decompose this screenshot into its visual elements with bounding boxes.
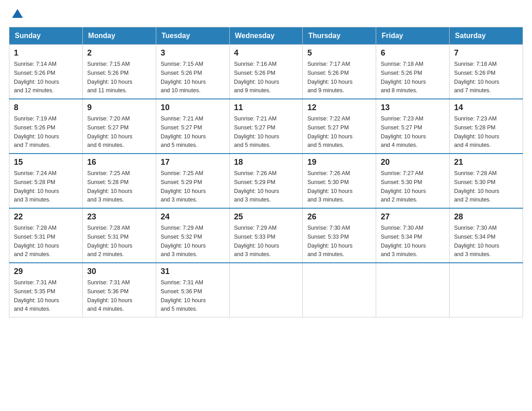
- calendar-cell: [229, 263, 303, 317]
- calendar-cell: [303, 263, 376, 317]
- day-info: Sunrise: 7:18 AMSunset: 5:26 PMDaylight:…: [381, 61, 426, 94]
- calendar-cell: 10 Sunrise: 7:21 AMSunset: 5:27 PMDaylig…: [156, 99, 229, 154]
- calendar-header-friday: Friday: [376, 27, 450, 45]
- calendar-cell: 14 Sunrise: 7:23 AMSunset: 5:28 PMDaylig…: [450, 99, 523, 154]
- day-number: 17: [161, 158, 225, 167]
- day-number: 1: [14, 48, 78, 58]
- calendar-week-3: 15 Sunrise: 7:24 AMSunset: 5:28 PMDaylig…: [9, 154, 523, 208]
- day-info: Sunrise: 7:31 AMSunset: 5:35 PMDaylight:…: [14, 279, 59, 312]
- day-info: Sunrise: 7:28 AMSunset: 5:31 PMDaylight:…: [14, 225, 59, 257]
- logo: [9, 9, 23, 18]
- day-info: Sunrise: 7:28 AMSunset: 5:31 PMDaylight:…: [87, 225, 133, 257]
- calendar-header-tuesday: Tuesday: [156, 27, 229, 45]
- calendar-cell: 26 Sunrise: 7:30 AMSunset: 5:33 PMDaylig…: [303, 208, 376, 263]
- day-number: 25: [234, 212, 298, 222]
- calendar-cell: 25 Sunrise: 7:29 AMSunset: 5:33 PMDaylig…: [229, 208, 303, 263]
- calendar-cell: 4 Sunrise: 7:16 AMSunset: 5:26 PMDayligh…: [229, 45, 303, 99]
- day-info: Sunrise: 7:29 AMSunset: 5:32 PMDaylight:…: [161, 225, 206, 257]
- calendar-cell: 11 Sunrise: 7:21 AMSunset: 5:27 PMDaylig…: [229, 99, 303, 154]
- calendar-cell: 21 Sunrise: 7:28 AMSunset: 5:30 PMDaylig…: [450, 154, 523, 208]
- calendar-header-monday: Monday: [82, 27, 156, 45]
- day-number: 24: [161, 212, 225, 222]
- day-number: 19: [307, 158, 371, 167]
- day-info: Sunrise: 7:31 AMSunset: 5:36 PMDaylight:…: [87, 279, 133, 312]
- day-info: Sunrise: 7:17 AMSunset: 5:26 PMDaylight:…: [307, 61, 352, 94]
- calendar-cell: 20 Sunrise: 7:27 AMSunset: 5:30 PMDaylig…: [376, 154, 450, 208]
- day-info: Sunrise: 7:29 AMSunset: 5:33 PMDaylight:…: [234, 225, 279, 257]
- day-info: Sunrise: 7:26 AMSunset: 5:30 PMDaylight:…: [307, 170, 352, 203]
- calendar-header-row: SundayMondayTuesdayWednesdayThursdayFrid…: [9, 27, 523, 45]
- day-info: Sunrise: 7:28 AMSunset: 5:30 PMDaylight:…: [454, 170, 499, 203]
- day-info: Sunrise: 7:31 AMSunset: 5:36 PMDaylight:…: [161, 279, 206, 312]
- day-info: Sunrise: 7:30 AMSunset: 5:34 PMDaylight:…: [381, 225, 426, 257]
- day-number: 27: [381, 212, 445, 222]
- day-info: Sunrise: 7:26 AMSunset: 5:29 PMDaylight:…: [234, 170, 279, 203]
- calendar-cell: 24 Sunrise: 7:29 AMSunset: 5:32 PMDaylig…: [156, 208, 229, 263]
- day-number: 3: [161, 48, 225, 58]
- day-number: 12: [307, 103, 371, 112]
- day-number: 16: [87, 158, 151, 167]
- calendar-cell: 15 Sunrise: 7:24 AMSunset: 5:28 PMDaylig…: [9, 154, 83, 208]
- day-info: Sunrise: 7:23 AMSunset: 5:27 PMDaylight:…: [381, 116, 426, 148]
- calendar-week-4: 22 Sunrise: 7:28 AMSunset: 5:31 PMDaylig…: [9, 208, 523, 263]
- calendar-cell: 31 Sunrise: 7:31 AMSunset: 5:36 PMDaylig…: [156, 263, 229, 317]
- day-number: 10: [161, 103, 225, 112]
- day-info: Sunrise: 7:25 AMSunset: 5:29 PMDaylight:…: [161, 170, 206, 203]
- day-info: Sunrise: 7:30 AMSunset: 5:33 PMDaylight:…: [307, 225, 352, 257]
- calendar-cell: 1 Sunrise: 7:14 AMSunset: 5:26 PMDayligh…: [9, 45, 83, 99]
- day-number: 23: [87, 212, 151, 222]
- day-number: 11: [234, 103, 298, 112]
- calendar-week-1: 1 Sunrise: 7:14 AMSunset: 5:26 PMDayligh…: [9, 45, 523, 99]
- calendar-cell: 3 Sunrise: 7:15 AMSunset: 5:26 PMDayligh…: [156, 45, 229, 99]
- day-number: 9: [87, 103, 151, 112]
- day-number: 4: [234, 48, 298, 58]
- day-info: Sunrise: 7:24 AMSunset: 5:28 PMDaylight:…: [14, 170, 59, 203]
- calendar-week-5: 29 Sunrise: 7:31 AMSunset: 5:35 PMDaylig…: [9, 263, 523, 317]
- day-number: 13: [381, 103, 445, 112]
- logo-blue-text: [9, 9, 23, 18]
- day-info: Sunrise: 7:21 AMSunset: 5:27 PMDaylight:…: [161, 116, 206, 148]
- day-number: 21: [454, 158, 518, 167]
- calendar-cell: 2 Sunrise: 7:15 AMSunset: 5:26 PMDayligh…: [82, 45, 156, 99]
- day-number: 22: [14, 212, 78, 222]
- calendar-cell: 6 Sunrise: 7:18 AMSunset: 5:26 PMDayligh…: [376, 45, 450, 99]
- day-number: 6: [381, 48, 445, 58]
- calendar-cell: 23 Sunrise: 7:28 AMSunset: 5:31 PMDaylig…: [82, 208, 156, 263]
- calendar-cell: [376, 263, 450, 317]
- calendar-cell: 28 Sunrise: 7:30 AMSunset: 5:34 PMDaylig…: [450, 208, 523, 263]
- day-info: Sunrise: 7:15 AMSunset: 5:26 PMDaylight:…: [87, 61, 133, 94]
- day-number: 7: [454, 48, 518, 58]
- calendar-cell: 13 Sunrise: 7:23 AMSunset: 5:27 PMDaylig…: [376, 99, 450, 154]
- day-number: 2: [87, 48, 151, 58]
- calendar-cell: 7 Sunrise: 7:18 AMSunset: 5:26 PMDayligh…: [450, 45, 523, 99]
- calendar-cell: 29 Sunrise: 7:31 AMSunset: 5:35 PMDaylig…: [9, 263, 83, 317]
- day-number: 26: [307, 212, 371, 222]
- day-number: 15: [14, 158, 78, 167]
- day-number: 28: [454, 212, 518, 222]
- calendar-cell: 16 Sunrise: 7:25 AMSunset: 5:28 PMDaylig…: [82, 154, 156, 208]
- day-info: Sunrise: 7:19 AMSunset: 5:26 PMDaylight:…: [14, 116, 59, 148]
- day-info: Sunrise: 7:30 AMSunset: 5:34 PMDaylight:…: [454, 225, 499, 257]
- calendar-cell: 27 Sunrise: 7:30 AMSunset: 5:34 PMDaylig…: [376, 208, 450, 263]
- calendar-cell: 18 Sunrise: 7:26 AMSunset: 5:29 PMDaylig…: [229, 154, 303, 208]
- day-number: 29: [14, 267, 78, 276]
- day-number: 8: [14, 103, 78, 112]
- day-info: Sunrise: 7:20 AMSunset: 5:27 PMDaylight:…: [87, 116, 133, 148]
- day-number: 30: [87, 267, 151, 276]
- calendar-header-thursday: Thursday: [303, 27, 376, 45]
- calendar-header-sunday: Sunday: [9, 27, 83, 45]
- day-info: Sunrise: 7:27 AMSunset: 5:30 PMDaylight:…: [381, 170, 426, 203]
- calendar-table: SundayMondayTuesdayWednesdayThursdayFrid…: [9, 27, 523, 317]
- calendar-cell: 17 Sunrise: 7:25 AMSunset: 5:29 PMDaylig…: [156, 154, 229, 208]
- day-info: Sunrise: 7:18 AMSunset: 5:26 PMDaylight:…: [454, 61, 499, 94]
- page-header: [9, 9, 523, 18]
- day-number: 5: [307, 48, 371, 58]
- day-number: 20: [381, 158, 445, 167]
- day-info: Sunrise: 7:25 AMSunset: 5:28 PMDaylight:…: [87, 170, 133, 203]
- day-info: Sunrise: 7:21 AMSunset: 5:27 PMDaylight:…: [234, 116, 279, 148]
- day-number: 14: [454, 103, 518, 112]
- calendar-header-saturday: Saturday: [450, 27, 523, 45]
- day-info: Sunrise: 7:23 AMSunset: 5:28 PMDaylight:…: [454, 116, 499, 148]
- calendar-cell: 8 Sunrise: 7:19 AMSunset: 5:26 PMDayligh…: [9, 99, 83, 154]
- calendar-cell: 12 Sunrise: 7:22 AMSunset: 5:27 PMDaylig…: [303, 99, 376, 154]
